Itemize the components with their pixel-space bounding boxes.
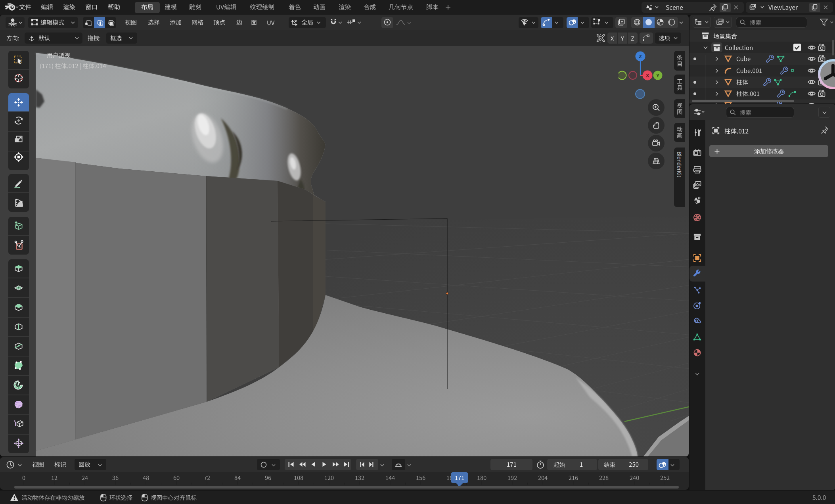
svg-text:X: X — [646, 73, 649, 79]
svg-text:Y: Y — [656, 73, 660, 79]
svg-text:Z: Z — [639, 54, 642, 59]
